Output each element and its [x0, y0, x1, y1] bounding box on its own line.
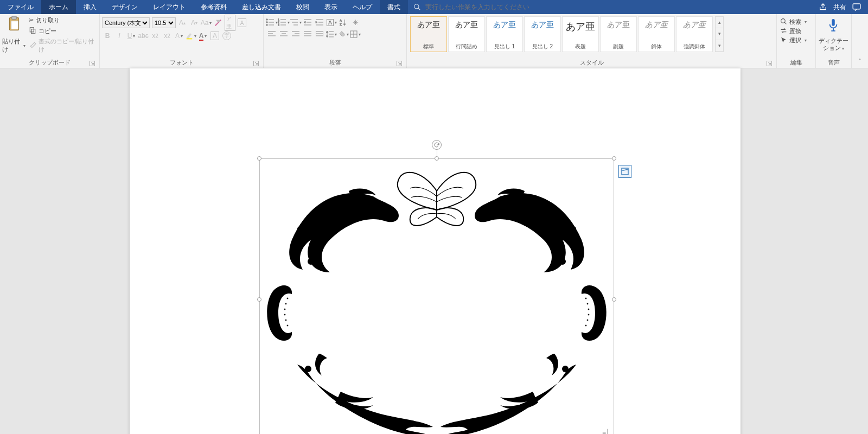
gallery-more-button[interactable]: ▾ — [716, 40, 723, 52]
gallery-up-button[interactable]: ▴ — [716, 17, 723, 28]
cut-button[interactable]: ✂ 切り取り — [28, 15, 97, 25]
paragraph-launcher[interactable]: ↘ — [397, 61, 402, 66]
layout-options-button[interactable] — [618, 165, 631, 178]
tab-picture-format[interactable]: 書式 — [380, 0, 408, 14]
align-justify-button[interactable] — [302, 29, 314, 39]
cursor-icon — [780, 36, 787, 44]
underline-button[interactable]: U▾ — [126, 30, 137, 41]
highlight-button[interactable]: ▾ — [186, 30, 196, 41]
subscript-button[interactable]: x2 — [150, 30, 161, 41]
text-effects-button[interactable]: A▾ — [174, 30, 184, 41]
svg-text:Z: Z — [340, 23, 342, 26]
svg-point-62 — [781, 19, 786, 23]
svg-marker-31 — [316, 21, 317, 23]
comments-icon[interactable] — [852, 2, 861, 12]
svg-point-13 — [266, 24, 268, 26]
copy-button[interactable]: コピー — [28, 25, 97, 36]
style-subtitle[interactable]: あア亜副題 — [600, 16, 637, 52]
clear-formatting-button[interactable] — [213, 17, 224, 28]
style-title[interactable]: あア亜表題 — [562, 16, 599, 52]
tab-mailings[interactable]: 差し込み文書 — [234, 0, 289, 14]
find-icon — [780, 18, 787, 26]
align-left-button[interactable] — [266, 29, 278, 39]
style-emphasis[interactable]: あア亜斜体 — [638, 16, 675, 52]
group-font: Century (本文 10.5 A▴ A▾ Aa▾ ア亜 A B I U▾ a… — [100, 14, 264, 68]
style-intense-emphasis[interactable]: あア亜強調斜体 — [676, 16, 713, 52]
rotate-handle[interactable] — [432, 140, 442, 150]
tab-home[interactable]: ホーム — [41, 0, 76, 14]
group-label-styles: スタイル — [580, 59, 604, 66]
style-heading-1[interactable]: あア亜見出し 1 — [486, 16, 523, 52]
styles-launcher[interactable]: ↘ — [767, 61, 772, 66]
strikethrough-button[interactable]: abc — [138, 30, 149, 41]
style-no-spacing[interactable]: あア亜行間詰め — [448, 16, 485, 52]
increase-indent-button[interactable] — [314, 17, 326, 27]
enclose-characters-button[interactable]: A — [237, 17, 247, 28]
font-size-select[interactable]: 10.5 — [152, 17, 176, 28]
numbering-button[interactable]: 123▾ — [278, 17, 290, 27]
svg-point-11 — [266, 22, 268, 23]
grow-font-button[interactable]: A▴ — [177, 17, 188, 28]
shading-button[interactable]: ▾ — [337, 29, 349, 39]
tab-insert[interactable]: 挿入 — [76, 0, 104, 14]
tab-layout[interactable]: レイアウト — [145, 0, 193, 14]
tab-references[interactable]: 参考資料 — [193, 0, 234, 14]
superscript-button[interactable]: x2 — [162, 30, 173, 41]
selected-image[interactable]: ≡⎮ — [259, 158, 614, 434]
find-button[interactable]: 検索▾ — [779, 17, 808, 27]
share-button[interactable]: 共有 — [833, 3, 846, 12]
paste-button[interactable]: 貼り付け▾ — [2, 15, 25, 54]
paintbrush-icon — [29, 41, 36, 50]
enclose-circle-button[interactable]: 字 — [221, 30, 232, 41]
format-painter-button[interactable]: 書式のコピー/貼り付け — [28, 36, 97, 55]
tab-design[interactable]: デザイン — [104, 0, 145, 14]
style-heading-2[interactable]: あア亜見出し 2 — [524, 16, 561, 52]
font-color-button[interactable]: A▾ — [197, 30, 208, 41]
svg-marker-35 — [343, 24, 346, 25]
styles-gallery-scroll: ▴ ▾ ▾ — [715, 16, 724, 52]
distributed-button[interactable] — [314, 29, 326, 39]
tab-view[interactable]: 表示 — [317, 0, 345, 14]
collapse-ribbon: ˄ — [852, 14, 868, 68]
group-clipboard: 貼り付け▾ ✂ 切り取り コピー 書式のコピー/貼り付け — [0, 14, 100, 68]
svg-rect-6 — [31, 29, 35, 34]
svg-rect-5 — [11, 21, 18, 29]
line-spacing-button[interactable]: ▾ — [326, 29, 337, 39]
collapse-ribbon-button[interactable]: ˄ — [858, 58, 861, 66]
gallery-down-button[interactable]: ▾ — [716, 28, 723, 40]
tab-help[interactable]: ヘルプ — [345, 0, 380, 14]
change-case-button[interactable]: Aa▾ — [201, 17, 212, 28]
clipboard-icon — [7, 16, 21, 35]
format-painter-label: 書式のコピー/貼り付け — [39, 37, 96, 54]
bold-button[interactable]: B — [102, 30, 113, 41]
style-normal[interactable]: あア亜標準 — [410, 16, 447, 52]
font-name-select[interactable]: Century (本文 — [102, 17, 150, 28]
share-icon[interactable] — [818, 3, 828, 11]
bullets-button[interactable]: ▾ — [266, 17, 278, 27]
replace-button[interactable]: 置換 — [779, 27, 802, 36]
clipboard-launcher[interactable]: ↘ — [90, 61, 95, 66]
select-button[interactable]: 選択▾ — [779, 36, 808, 45]
asian-layout-button[interactable]: A̵▾ — [326, 17, 337, 27]
sort-button[interactable]: AZ — [337, 17, 349, 27]
italic-button[interactable]: I — [114, 30, 125, 41]
svg-text:A: A — [340, 19, 342, 22]
group-label-paragraph: 段落 — [329, 59, 341, 66]
svg-rect-8 — [187, 39, 193, 40]
show-marks-button[interactable]: ✳ — [349, 17, 361, 27]
align-center-button[interactable] — [278, 29, 290, 39]
tell-me-search[interactable] — [412, 0, 556, 14]
align-right-button[interactable] — [290, 29, 302, 39]
phonetic-guide-button[interactable]: ア亜 — [225, 17, 235, 28]
paste-label: 貼り付け — [2, 37, 21, 54]
tab-file[interactable]: ファイル — [0, 0, 41, 14]
decrease-indent-button[interactable] — [302, 17, 314, 27]
tell-me-input[interactable] — [425, 3, 556, 11]
tab-review[interactable]: 校閲 — [289, 0, 317, 14]
borders-button[interactable]: ▾ — [349, 29, 361, 39]
character-shading-button[interactable]: A — [209, 30, 220, 41]
dictate-button[interactable]: ディクテーション▾ — [818, 15, 848, 54]
shrink-font-button[interactable]: A▾ — [189, 17, 200, 28]
font-launcher[interactable]: ↘ — [253, 61, 259, 66]
multilevel-list-button[interactable]: ▾ — [290, 17, 302, 27]
